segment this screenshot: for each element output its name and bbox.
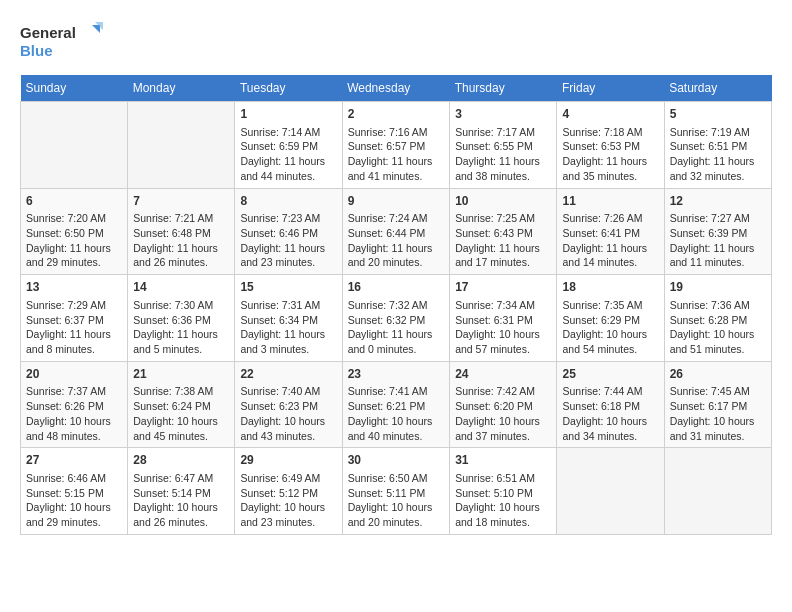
calendar-cell: 31Sunrise: 6:51 AMSunset: 5:10 PMDayligh… (450, 448, 557, 535)
sunset-text: Sunset: 6:59 PM (240, 140, 318, 152)
calendar-cell: 9Sunrise: 7:24 AMSunset: 6:44 PMDaylight… (342, 188, 450, 275)
calendar-cell: 28Sunrise: 6:47 AMSunset: 5:14 PMDayligh… (128, 448, 235, 535)
sunset-text: Sunset: 5:15 PM (26, 487, 104, 499)
sunset-text: Sunset: 5:10 PM (455, 487, 533, 499)
sunrise-text: Sunrise: 7:34 AM (455, 299, 535, 311)
day-number: 6 (26, 193, 122, 210)
daylight-text: Daylight: 10 hours and 43 minutes. (240, 415, 325, 442)
day-number: 24 (455, 366, 551, 383)
daylight-text: Daylight: 10 hours and 18 minutes. (455, 501, 540, 528)
sunset-text: Sunset: 6:34 PM (240, 314, 318, 326)
sunset-text: Sunset: 5:12 PM (240, 487, 318, 499)
calendar-cell (664, 448, 771, 535)
calendar-week-row: 1Sunrise: 7:14 AMSunset: 6:59 PMDaylight… (21, 102, 772, 189)
calendar-cell: 11Sunrise: 7:26 AMSunset: 6:41 PMDayligh… (557, 188, 664, 275)
daylight-text: Daylight: 11 hours and 38 minutes. (455, 155, 540, 182)
sunrise-text: Sunrise: 7:20 AM (26, 212, 106, 224)
weekday-header: Sunday (21, 75, 128, 102)
daylight-text: Daylight: 10 hours and 45 minutes. (133, 415, 218, 442)
daylight-text: Daylight: 11 hours and 44 minutes. (240, 155, 325, 182)
day-number: 29 (240, 452, 336, 469)
calendar-cell: 6Sunrise: 7:20 AMSunset: 6:50 PMDaylight… (21, 188, 128, 275)
sunset-text: Sunset: 6:53 PM (562, 140, 640, 152)
calendar-cell: 26Sunrise: 7:45 AMSunset: 6:17 PMDayligh… (664, 361, 771, 448)
daylight-text: Daylight: 10 hours and 40 minutes. (348, 415, 433, 442)
calendar-cell: 30Sunrise: 6:50 AMSunset: 5:11 PMDayligh… (342, 448, 450, 535)
calendar-cell: 13Sunrise: 7:29 AMSunset: 6:37 PMDayligh… (21, 275, 128, 362)
sunset-text: Sunset: 6:32 PM (348, 314, 426, 326)
sunset-text: Sunset: 6:51 PM (670, 140, 748, 152)
daylight-text: Daylight: 10 hours and 57 minutes. (455, 328, 540, 355)
sunset-text: Sunset: 6:21 PM (348, 400, 426, 412)
sunrise-text: Sunrise: 7:38 AM (133, 385, 213, 397)
sunrise-text: Sunrise: 7:16 AM (348, 126, 428, 138)
calendar-cell (21, 102, 128, 189)
sunset-text: Sunset: 6:23 PM (240, 400, 318, 412)
calendar-week-row: 27Sunrise: 6:46 AMSunset: 5:15 PMDayligh… (21, 448, 772, 535)
calendar-cell: 21Sunrise: 7:38 AMSunset: 6:24 PMDayligh… (128, 361, 235, 448)
sunrise-text: Sunrise: 7:45 AM (670, 385, 750, 397)
calendar-table: SundayMondayTuesdayWednesdayThursdayFrid… (20, 75, 772, 535)
sunrise-text: Sunrise: 7:26 AM (562, 212, 642, 224)
calendar-cell: 10Sunrise: 7:25 AMSunset: 6:43 PMDayligh… (450, 188, 557, 275)
day-number: 15 (240, 279, 336, 296)
daylight-text: Daylight: 11 hours and 29 minutes. (26, 242, 111, 269)
calendar-cell: 14Sunrise: 7:30 AMSunset: 6:36 PMDayligh… (128, 275, 235, 362)
day-number: 19 (670, 279, 766, 296)
day-number: 3 (455, 106, 551, 123)
daylight-text: Daylight: 11 hours and 41 minutes. (348, 155, 433, 182)
calendar-cell: 8Sunrise: 7:23 AMSunset: 6:46 PMDaylight… (235, 188, 342, 275)
sunrise-text: Sunrise: 7:37 AM (26, 385, 106, 397)
weekday-header: Wednesday (342, 75, 450, 102)
calendar-cell: 17Sunrise: 7:34 AMSunset: 6:31 PMDayligh… (450, 275, 557, 362)
sunset-text: Sunset: 6:18 PM (562, 400, 640, 412)
daylight-text: Daylight: 11 hours and 20 minutes. (348, 242, 433, 269)
calendar-cell: 20Sunrise: 7:37 AMSunset: 6:26 PMDayligh… (21, 361, 128, 448)
daylight-text: Daylight: 11 hours and 8 minutes. (26, 328, 111, 355)
daylight-text: Daylight: 10 hours and 48 minutes. (26, 415, 111, 442)
page-header: General Blue (20, 20, 772, 65)
sunrise-text: Sunrise: 6:49 AM (240, 472, 320, 484)
calendar-cell: 5Sunrise: 7:19 AMSunset: 6:51 PMDaylight… (664, 102, 771, 189)
sunset-text: Sunset: 6:20 PM (455, 400, 533, 412)
calendar-cell: 27Sunrise: 6:46 AMSunset: 5:15 PMDayligh… (21, 448, 128, 535)
calendar-cell: 12Sunrise: 7:27 AMSunset: 6:39 PMDayligh… (664, 188, 771, 275)
day-number: 28 (133, 452, 229, 469)
logo: General Blue (20, 20, 110, 65)
calendar-cell: 22Sunrise: 7:40 AMSunset: 6:23 PMDayligh… (235, 361, 342, 448)
sunrise-text: Sunrise: 6:51 AM (455, 472, 535, 484)
sunset-text: Sunset: 6:31 PM (455, 314, 533, 326)
sunset-text: Sunset: 6:17 PM (670, 400, 748, 412)
sunrise-text: Sunrise: 7:36 AM (670, 299, 750, 311)
sunrise-text: Sunrise: 7:42 AM (455, 385, 535, 397)
day-number: 2 (348, 106, 445, 123)
day-number: 23 (348, 366, 445, 383)
sunset-text: Sunset: 6:24 PM (133, 400, 211, 412)
daylight-text: Daylight: 10 hours and 29 minutes. (26, 501, 111, 528)
sunrise-text: Sunrise: 7:30 AM (133, 299, 213, 311)
sunrise-text: Sunrise: 7:14 AM (240, 126, 320, 138)
day-number: 26 (670, 366, 766, 383)
daylight-text: Daylight: 11 hours and 3 minutes. (240, 328, 325, 355)
sunrise-text: Sunrise: 7:29 AM (26, 299, 106, 311)
daylight-text: Daylight: 11 hours and 0 minutes. (348, 328, 433, 355)
sunset-text: Sunset: 6:26 PM (26, 400, 104, 412)
sunrise-text: Sunrise: 6:47 AM (133, 472, 213, 484)
calendar-week-row: 20Sunrise: 7:37 AMSunset: 6:26 PMDayligh… (21, 361, 772, 448)
sunset-text: Sunset: 6:48 PM (133, 227, 211, 239)
sunrise-text: Sunrise: 7:41 AM (348, 385, 428, 397)
daylight-text: Daylight: 10 hours and 37 minutes. (455, 415, 540, 442)
daylight-text: Daylight: 11 hours and 35 minutes. (562, 155, 647, 182)
daylight-text: Daylight: 11 hours and 32 minutes. (670, 155, 755, 182)
sunset-text: Sunset: 5:14 PM (133, 487, 211, 499)
calendar-cell: 4Sunrise: 7:18 AMSunset: 6:53 PMDaylight… (557, 102, 664, 189)
daylight-text: Daylight: 11 hours and 11 minutes. (670, 242, 755, 269)
sunrise-text: Sunrise: 7:32 AM (348, 299, 428, 311)
calendar-cell: 19Sunrise: 7:36 AMSunset: 6:28 PMDayligh… (664, 275, 771, 362)
sunrise-text: Sunrise: 7:27 AM (670, 212, 750, 224)
calendar-cell: 18Sunrise: 7:35 AMSunset: 6:29 PMDayligh… (557, 275, 664, 362)
calendar-cell: 16Sunrise: 7:32 AMSunset: 6:32 PMDayligh… (342, 275, 450, 362)
svg-marker-2 (92, 25, 100, 33)
calendar-cell: 23Sunrise: 7:41 AMSunset: 6:21 PMDayligh… (342, 361, 450, 448)
day-number: 11 (562, 193, 658, 210)
